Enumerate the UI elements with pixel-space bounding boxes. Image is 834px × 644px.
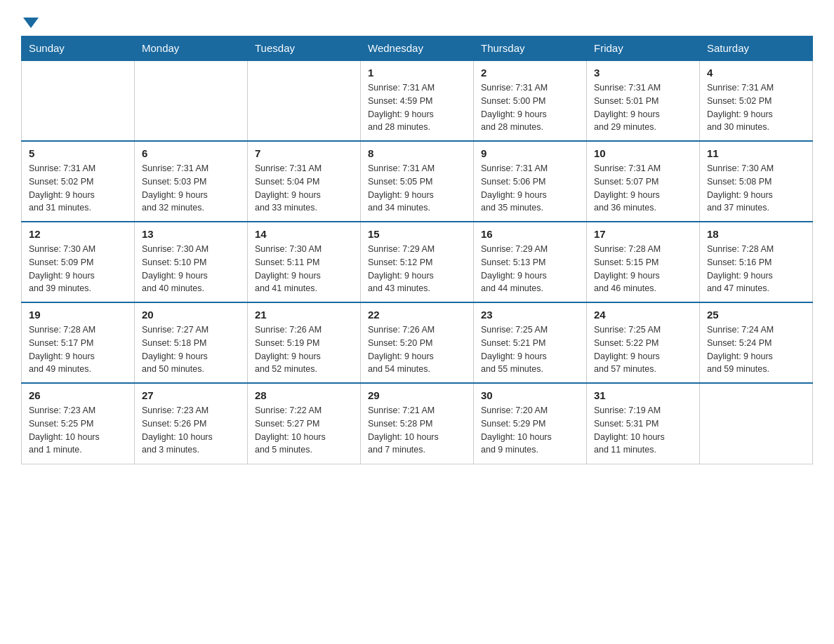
day-info: Sunrise: 7:31 AM Sunset: 5:05 PM Dayligh… (368, 162, 466, 215)
calendar-cell: 30Sunrise: 7:20 AM Sunset: 5:29 PM Dayli… (474, 383, 587, 464)
day-info: Sunrise: 7:31 AM Sunset: 5:06 PM Dayligh… (481, 162, 579, 215)
calendar-cell: 17Sunrise: 7:28 AM Sunset: 5:15 PM Dayli… (587, 222, 700, 302)
day-number: 31 (594, 389, 692, 401)
day-number: 9 (481, 147, 579, 159)
calendar-cell: 24Sunrise: 7:25 AM Sunset: 5:22 PM Dayli… (587, 302, 700, 383)
calendar-cell (700, 383, 813, 464)
calendar-cell: 4Sunrise: 7:31 AM Sunset: 5:02 PM Daylig… (700, 60, 813, 141)
day-number: 15 (368, 228, 466, 240)
weekday-header-thursday: Thursday (474, 36, 587, 61)
day-info: Sunrise: 7:31 AM Sunset: 5:01 PM Dayligh… (594, 81, 692, 134)
day-info: Sunrise: 7:24 AM Sunset: 5:24 PM Dayligh… (707, 323, 805, 376)
day-number: 17 (594, 228, 692, 240)
day-number: 25 (707, 309, 805, 321)
day-number: 5 (29, 147, 127, 159)
calendar-cell: 15Sunrise: 7:29 AM Sunset: 5:12 PM Dayli… (361, 222, 474, 302)
day-info: Sunrise: 7:21 AM Sunset: 5:28 PM Dayligh… (368, 404, 466, 457)
day-info: Sunrise: 7:29 AM Sunset: 5:13 PM Dayligh… (481, 243, 579, 295)
calendar-cell (135, 60, 248, 141)
day-number: 29 (368, 389, 466, 401)
calendar-week-row: 12Sunrise: 7:30 AM Sunset: 5:09 PM Dayli… (22, 222, 813, 302)
day-info: Sunrise: 7:31 AM Sunset: 5:04 PM Dayligh… (255, 162, 353, 215)
day-number: 6 (142, 147, 240, 159)
calendar-cell: 9Sunrise: 7:31 AM Sunset: 5:06 PM Daylig… (474, 141, 587, 222)
calendar-cell: 13Sunrise: 7:30 AM Sunset: 5:10 PM Dayli… (135, 222, 248, 302)
day-info: Sunrise: 7:31 AM Sunset: 5:03 PM Dayligh… (142, 162, 240, 215)
day-number: 13 (142, 228, 240, 240)
calendar-cell (248, 60, 361, 141)
weekday-header-tuesday: Tuesday (248, 36, 361, 61)
day-info: Sunrise: 7:25 AM Sunset: 5:22 PM Dayligh… (594, 323, 692, 376)
calendar-cell: 7Sunrise: 7:31 AM Sunset: 5:04 PM Daylig… (248, 141, 361, 222)
weekday-header-sunday: Sunday (22, 36, 135, 61)
day-number: 18 (707, 228, 805, 240)
day-number: 30 (481, 389, 579, 401)
day-info: Sunrise: 7:28 AM Sunset: 5:17 PM Dayligh… (29, 323, 127, 376)
day-number: 22 (368, 309, 466, 321)
calendar-cell: 19Sunrise: 7:28 AM Sunset: 5:17 PM Dayli… (22, 302, 135, 383)
day-number: 12 (29, 228, 127, 240)
calendar-cell: 21Sunrise: 7:26 AM Sunset: 5:19 PM Dayli… (248, 302, 361, 383)
day-number: 4 (707, 67, 805, 79)
weekday-header-monday: Monday (135, 36, 248, 61)
calendar-cell: 25Sunrise: 7:24 AM Sunset: 5:24 PM Dayli… (700, 302, 813, 383)
calendar-week-row: 1Sunrise: 7:31 AM Sunset: 4:59 PM Daylig… (22, 60, 813, 141)
calendar-cell: 10Sunrise: 7:31 AM Sunset: 5:07 PM Dayli… (587, 141, 700, 222)
day-number: 27 (142, 389, 240, 401)
day-number: 24 (594, 309, 692, 321)
day-number: 28 (255, 389, 353, 401)
calendar-week-row: 19Sunrise: 7:28 AM Sunset: 5:17 PM Dayli… (22, 302, 813, 383)
day-info: Sunrise: 7:23 AM Sunset: 5:26 PM Dayligh… (142, 404, 240, 457)
weekday-header-wednesday: Wednesday (361, 36, 474, 61)
day-number: 23 (481, 309, 579, 321)
weekday-header-friday: Friday (587, 36, 700, 61)
day-info: Sunrise: 7:19 AM Sunset: 5:31 PM Dayligh… (594, 404, 692, 457)
day-number: 8 (368, 147, 466, 159)
day-number: 11 (707, 147, 805, 159)
calendar-cell: 2Sunrise: 7:31 AM Sunset: 5:00 PM Daylig… (474, 60, 587, 141)
calendar-cell: 28Sunrise: 7:22 AM Sunset: 5:27 PM Dayli… (248, 383, 361, 464)
calendar-cell: 3Sunrise: 7:31 AM Sunset: 5:01 PM Daylig… (587, 60, 700, 141)
day-info: Sunrise: 7:28 AM Sunset: 5:15 PM Dayligh… (594, 243, 692, 295)
calendar-cell: 29Sunrise: 7:21 AM Sunset: 5:28 PM Dayli… (361, 383, 474, 464)
calendar-cell: 11Sunrise: 7:30 AM Sunset: 5:08 PM Dayli… (700, 141, 813, 222)
day-number: 21 (255, 309, 353, 321)
day-info: Sunrise: 7:30 AM Sunset: 5:11 PM Dayligh… (255, 243, 353, 295)
day-number: 3 (594, 67, 692, 79)
logo-arrow-icon (23, 18, 39, 28)
day-number: 10 (594, 147, 692, 159)
day-info: Sunrise: 7:22 AM Sunset: 5:27 PM Dayligh… (255, 404, 353, 457)
day-info: Sunrise: 7:31 AM Sunset: 5:02 PM Dayligh… (707, 81, 805, 134)
calendar-cell: 27Sunrise: 7:23 AM Sunset: 5:26 PM Dayli… (135, 383, 248, 464)
day-info: Sunrise: 7:26 AM Sunset: 5:19 PM Dayligh… (255, 323, 353, 376)
calendar-cell: 18Sunrise: 7:28 AM Sunset: 5:16 PM Dayli… (700, 222, 813, 302)
day-info: Sunrise: 7:23 AM Sunset: 5:25 PM Dayligh… (29, 404, 127, 457)
calendar-week-row: 26Sunrise: 7:23 AM Sunset: 5:25 PM Dayli… (22, 383, 813, 464)
day-number: 1 (368, 67, 466, 79)
day-info: Sunrise: 7:30 AM Sunset: 5:10 PM Dayligh… (142, 243, 240, 295)
calendar-cell: 20Sunrise: 7:27 AM Sunset: 5:18 PM Dayli… (135, 302, 248, 383)
day-info: Sunrise: 7:25 AM Sunset: 5:21 PM Dayligh… (481, 323, 579, 376)
day-info: Sunrise: 7:31 AM Sunset: 5:07 PM Dayligh… (594, 162, 692, 215)
day-number: 16 (481, 228, 579, 240)
weekday-header-saturday: Saturday (700, 36, 813, 61)
calendar-cell: 22Sunrise: 7:26 AM Sunset: 5:20 PM Dayli… (361, 302, 474, 383)
calendar-cell: 5Sunrise: 7:31 AM Sunset: 5:02 PM Daylig… (22, 141, 135, 222)
calendar-cell (22, 60, 135, 141)
calendar-cell: 1Sunrise: 7:31 AM Sunset: 4:59 PM Daylig… (361, 60, 474, 141)
day-info: Sunrise: 7:31 AM Sunset: 5:02 PM Dayligh… (29, 162, 127, 215)
day-info: Sunrise: 7:31 AM Sunset: 5:00 PM Dayligh… (481, 81, 579, 134)
calendar-cell: 14Sunrise: 7:30 AM Sunset: 5:11 PM Dayli… (248, 222, 361, 302)
calendar-cell: 26Sunrise: 7:23 AM Sunset: 5:25 PM Dayli… (22, 383, 135, 464)
calendar-cell: 31Sunrise: 7:19 AM Sunset: 5:31 PM Dayli… (587, 383, 700, 464)
day-number: 26 (29, 389, 127, 401)
calendar-cell: 6Sunrise: 7:31 AM Sunset: 5:03 PM Daylig… (135, 141, 248, 222)
day-number: 2 (481, 67, 579, 79)
logo (21, 14, 39, 25)
day-info: Sunrise: 7:30 AM Sunset: 5:09 PM Dayligh… (29, 243, 127, 295)
day-info: Sunrise: 7:30 AM Sunset: 5:08 PM Dayligh… (707, 162, 805, 215)
day-number: 20 (142, 309, 240, 321)
day-info: Sunrise: 7:20 AM Sunset: 5:29 PM Dayligh… (481, 404, 579, 457)
day-info: Sunrise: 7:27 AM Sunset: 5:18 PM Dayligh… (142, 323, 240, 376)
calendar-cell: 8Sunrise: 7:31 AM Sunset: 5:05 PM Daylig… (361, 141, 474, 222)
